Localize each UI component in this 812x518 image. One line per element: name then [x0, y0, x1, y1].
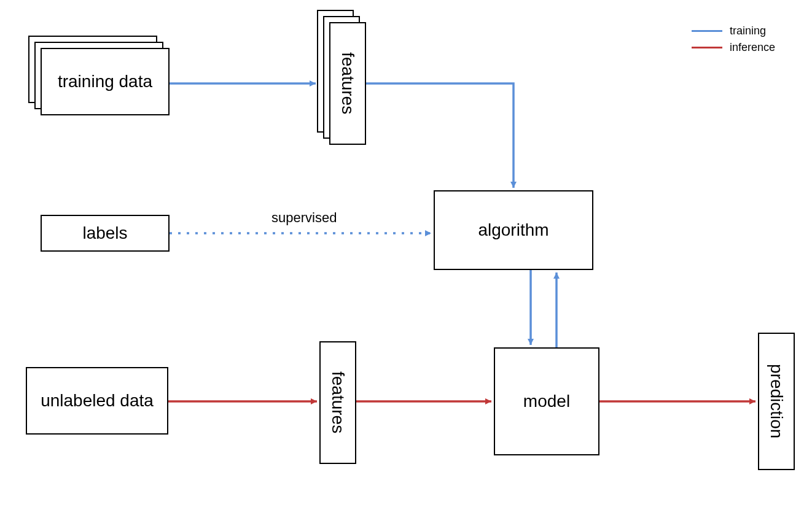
algorithm-label: algorithm: [478, 220, 548, 241]
prediction-label: prediction: [766, 364, 787, 438]
arrow-features-algorithm: [366, 83, 513, 188]
labels-label: labels: [82, 223, 127, 244]
labels-box: labels: [41, 215, 170, 252]
legend-row-inference: inference: [692, 41, 775, 54]
features-bottom-box: features: [319, 341, 356, 464]
legend-label-training: training: [730, 25, 766, 37]
features-bottom-label: features: [327, 371, 348, 433]
legend-row-training: training: [692, 25, 775, 37]
model-box: model: [494, 347, 599, 455]
prediction-box: prediction: [758, 333, 795, 470]
legend-line-training: [692, 30, 722, 32]
legend-label-inference: inference: [730, 41, 775, 54]
unlabeled-data-label: unlabeled data: [41, 390, 154, 411]
features-top-label: features: [337, 52, 358, 114]
model-label: model: [523, 391, 570, 412]
legend: training inference: [692, 25, 775, 58]
training-data-label: training data: [58, 71, 152, 92]
training-data-box: training data: [41, 48, 170, 115]
legend-line-inference: [692, 47, 722, 48]
unlabeled-data-box: unlabeled data: [26, 367, 168, 435]
algorithm-box: algorithm: [434, 190, 593, 270]
supervised-edge-label: supervised: [271, 210, 337, 226]
features-top-box: features: [329, 22, 366, 145]
